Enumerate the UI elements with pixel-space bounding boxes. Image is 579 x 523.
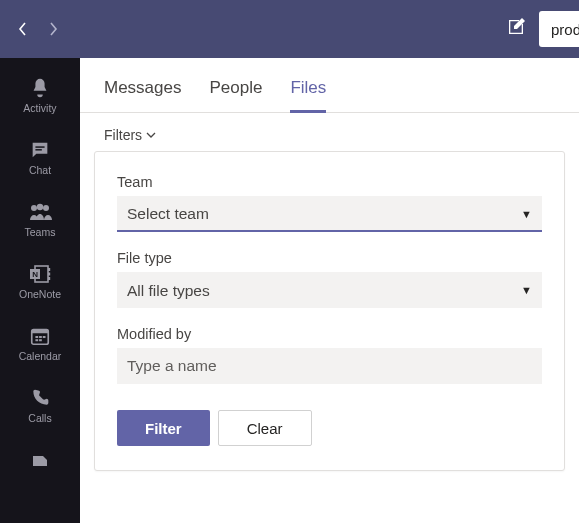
app-rail: Activity Chat Teams N OneNote Calendar: [0, 58, 80, 523]
tab-label: Messages: [104, 78, 181, 97]
file-icon: [28, 455, 52, 479]
svg-text:N: N: [32, 270, 38, 279]
search-input[interactable]: prod: [539, 11, 579, 47]
rail-label: Chat: [29, 164, 51, 176]
team-label: Team: [117, 174, 542, 190]
compose-button[interactable]: [505, 16, 527, 42]
filters-label: Filters: [104, 127, 142, 143]
search-results-pane: Messages People Files Filters Team Selec…: [80, 58, 579, 523]
nav-arrows: [10, 22, 60, 36]
tab-people[interactable]: People: [209, 78, 262, 112]
onenote-icon: N: [28, 262, 52, 286]
phone-icon: [28, 386, 52, 410]
svg-rect-8: [48, 268, 50, 271]
search-text: prod: [551, 21, 579, 38]
svg-point-3: [37, 204, 43, 210]
chevron-left-icon: [18, 21, 28, 37]
button-label: Clear: [247, 420, 283, 437]
rail-onenote[interactable]: N OneNote: [0, 250, 80, 312]
tab-messages[interactable]: Messages: [104, 78, 181, 112]
modified-by-field: Modified by: [117, 326, 542, 384]
rail-files[interactable]: [0, 436, 80, 498]
filter-panel: Team Select team ▼ File type All file ty…: [94, 151, 565, 471]
team-select[interactable]: Select team: [117, 196, 542, 232]
svg-point-4: [43, 205, 49, 211]
svg-rect-15: [43, 336, 46, 338]
rail-teams[interactable]: Teams: [0, 188, 80, 250]
rail-label: Calendar: [19, 350, 62, 362]
filters-toggle[interactable]: Filters: [80, 113, 579, 151]
file-type-label: File type: [117, 250, 542, 266]
tab-label: Files: [290, 78, 326, 97]
svg-rect-14: [39, 336, 42, 338]
rail-label: Activity: [23, 102, 56, 114]
title-bar: prod: [0, 0, 579, 58]
forward-button[interactable]: [46, 22, 60, 36]
rail-label: OneNote: [19, 288, 61, 300]
svg-point-2: [31, 205, 37, 211]
svg-rect-10: [48, 277, 50, 280]
svg-rect-0: [35, 146, 44, 147]
chevron-down-icon: [146, 131, 156, 139]
team-field: Team Select team ▼: [117, 174, 542, 232]
file-type-select[interactable]: All file types: [117, 272, 542, 308]
calendar-icon: [28, 324, 52, 348]
tab-files[interactable]: Files: [290, 78, 326, 112]
button-label: Filter: [145, 420, 182, 437]
rail-activity[interactable]: Activity: [0, 64, 80, 126]
filter-buttons: Filter Clear: [117, 410, 542, 446]
svg-rect-9: [48, 273, 50, 276]
svg-rect-13: [35, 336, 38, 338]
svg-rect-16: [35, 339, 38, 341]
file-type-field: File type All file types ▼: [117, 250, 542, 308]
tab-label: People: [209, 78, 262, 97]
modified-by-input[interactable]: [117, 348, 542, 384]
tab-bar: Messages People Files: [80, 58, 579, 113]
rail-calls[interactable]: Calls: [0, 374, 80, 436]
teams-icon: [28, 200, 52, 224]
svg-rect-12: [32, 330, 49, 334]
back-button[interactable]: [16, 22, 30, 36]
rail-label: Teams: [25, 226, 56, 238]
chevron-right-icon: [48, 21, 58, 37]
rail-label: Calls: [28, 412, 51, 424]
svg-rect-1: [35, 149, 41, 150]
bell-icon: [28, 76, 52, 100]
svg-rect-17: [39, 339, 42, 341]
clear-button[interactable]: Clear: [218, 410, 312, 446]
compose-icon: [505, 16, 527, 38]
rail-chat[interactable]: Chat: [0, 126, 80, 188]
filter-button[interactable]: Filter: [117, 410, 210, 446]
chat-icon: [28, 138, 52, 162]
rail-calendar[interactable]: Calendar: [0, 312, 80, 374]
modified-by-label: Modified by: [117, 326, 542, 342]
